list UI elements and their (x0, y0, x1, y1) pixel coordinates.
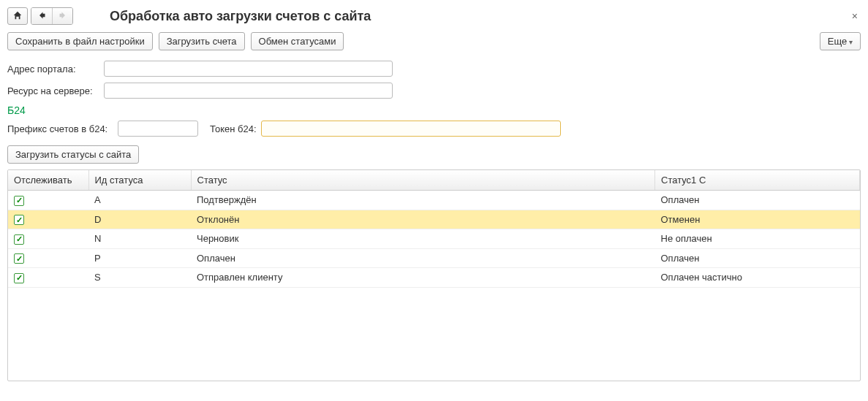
close-icon: × (852, 10, 858, 22)
token-label: Токен б24: (210, 123, 257, 134)
prefix-input[interactable] (118, 121, 198, 137)
checkbox-icon[interactable]: ✓ (14, 253, 24, 264)
cell-id: P (88, 248, 191, 268)
b24-section-title: Б24 (7, 104, 861, 116)
table-row[interactable]: ✓SОтправлен клиентуОплачен частично (8, 268, 860, 288)
save-settings-button[interactable]: Сохранить в файл настройки (7, 32, 153, 50)
arrow-right-icon (59, 11, 67, 22)
checkbox-icon[interactable]: ✓ (14, 234, 24, 245)
cell-track[interactable]: ✓ (8, 210, 88, 229)
col-header-status[interactable]: Статус (191, 170, 655, 191)
cell-status1c: Оплачен (655, 191, 860, 210)
cell-status: Подтверждён (191, 191, 655, 210)
table-row[interactable]: ✓NЧерновикНе оплачен (8, 229, 860, 249)
cell-status: Отклонён (191, 210, 655, 229)
cell-status1c: Оплачен частично (655, 268, 860, 288)
table-row[interactable]: ✓AПодтверждёнОплачен (8, 191, 860, 210)
home-icon (12, 10, 23, 23)
cell-track[interactable]: ✓ (8, 268, 88, 288)
cell-id: N (88, 229, 191, 249)
cell-status1c: Оплачен (655, 248, 860, 268)
home-button[interactable] (7, 7, 28, 25)
checkbox-icon[interactable]: ✓ (14, 196, 24, 206)
nav-back-button[interactable] (31, 8, 52, 24)
cell-id: D (88, 210, 191, 229)
token-input[interactable] (261, 121, 561, 137)
prefix-label: Префикс счетов в б24: (7, 123, 113, 134)
page-title: Обработка авто загрузки счетов с сайта (110, 9, 371, 24)
col-header-id[interactable]: Ид статуса (88, 170, 191, 191)
cell-id: A (88, 191, 191, 210)
table-row[interactable]: ✓DОтклонёнОтменен (8, 210, 860, 229)
load-statuses-button[interactable]: Загрузить статусы с сайта (7, 145, 139, 164)
server-resource-input[interactable] (104, 83, 393, 99)
table-row[interactable]: ✓PОплаченОплачен (8, 248, 860, 268)
more-button[interactable]: Еще (820, 32, 861, 50)
checkbox-icon[interactable]: ✓ (14, 273, 24, 283)
exchange-statuses-button[interactable]: Обмен статусами (251, 32, 344, 50)
checkbox-icon[interactable]: ✓ (14, 215, 24, 225)
close-button[interactable]: × (849, 10, 861, 22)
col-header-status1c[interactable]: Статус1 С (655, 170, 860, 191)
load-invoices-button[interactable]: Загрузить счета (159, 32, 245, 50)
portal-address-input[interactable] (104, 61, 393, 77)
cell-status1c: Не оплачен (655, 229, 860, 249)
statuses-table-container: Отслеживать Ид статуса Статус Статус1 С … (7, 169, 861, 381)
cell-track[interactable]: ✓ (8, 191, 88, 210)
portal-address-label: Адрес портала: (7, 64, 104, 75)
server-resource-label: Ресурс на сервере: (7, 85, 104, 96)
col-header-track[interactable]: Отслеживать (8, 170, 88, 191)
cell-track[interactable]: ✓ (8, 229, 88, 249)
arrow-left-icon (37, 11, 46, 22)
cell-status: Отправлен клиенту (191, 268, 655, 288)
cell-status: Оплачен (191, 248, 655, 268)
statuses-table: Отслеживать Ид статуса Статус Статус1 С … (8, 170, 860, 288)
cell-id: S (88, 268, 191, 288)
nav-forward-button[interactable] (52, 8, 72, 24)
cell-status: Черновик (191, 229, 655, 249)
cell-status1c: Отменен (655, 210, 860, 229)
cell-track[interactable]: ✓ (8, 248, 88, 268)
